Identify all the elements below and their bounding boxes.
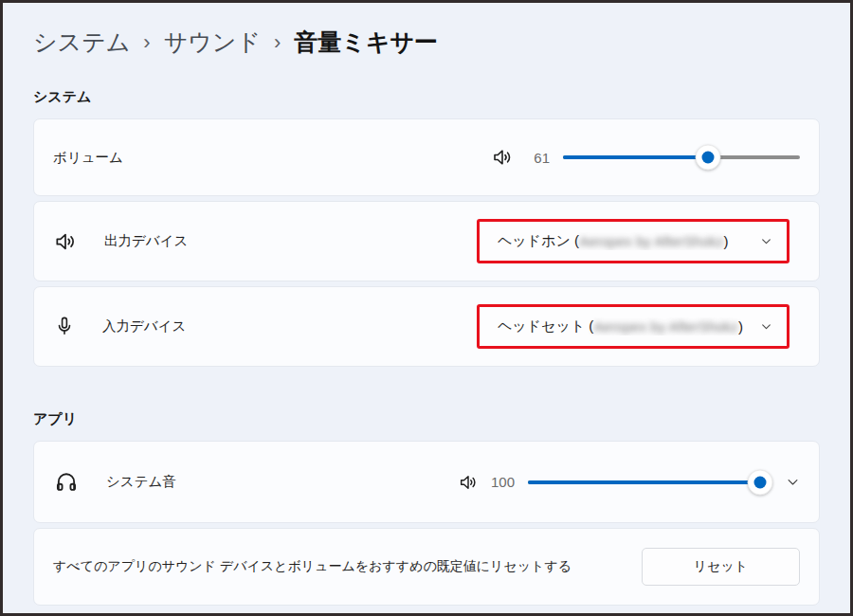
volume-mixer-page: システム › サウンド › 音量ミキサー システム ボリューム 61 xyxy=(3,3,850,606)
slider-thumb[interactable] xyxy=(748,469,773,495)
output-device-value: ヘッドホン ( Aeropex by AfterShokz ) xyxy=(498,232,729,250)
device-name-suffix: ) xyxy=(738,318,743,335)
chevron-right-icon: › xyxy=(274,28,281,55)
device-name-blurred: Aeropex by AfterShokz xyxy=(593,318,738,335)
output-device-dropdown[interactable]: ヘッドホン ( Aeropex by AfterShokz ) xyxy=(477,219,789,263)
input-device-row: 入力デバイス ヘッドセット ( Aeropex by AfterShokz ) xyxy=(33,286,820,367)
output-device-row: 出力デバイス ヘッドホン ( Aeropex by AfterShokz ) xyxy=(33,201,820,281)
system-sounds-slider[interactable] xyxy=(528,468,760,497)
slider-thumb-dot xyxy=(701,152,714,164)
breadcrumb-item-sound[interactable]: サウンド xyxy=(164,27,261,58)
reset-row: すべてのアプリのサウンド デバイスとボリュームをおすすめの既定値にリセットする … xyxy=(33,528,820,606)
breadcrumb-item-system[interactable]: システム xyxy=(33,27,130,58)
chevron-down-icon xyxy=(760,235,772,247)
device-name-prefix: ヘッドホン ( xyxy=(498,232,579,250)
system-sounds-label: システム音 xyxy=(106,473,176,491)
speaker-waves-icon xyxy=(491,146,514,169)
section-header-system: システム xyxy=(33,88,820,106)
volume-value: 61 xyxy=(525,150,550,166)
expand-chevron-down-icon[interactable] xyxy=(786,475,800,489)
microphone-icon xyxy=(53,316,76,338)
speaker-waves-icon xyxy=(458,472,479,493)
system-sounds-row: システム音 100 xyxy=(33,441,820,523)
slider-track xyxy=(528,480,760,484)
input-device-label: 入力デバイス xyxy=(102,317,186,335)
slider-fill xyxy=(563,155,708,159)
reset-description: すべてのアプリのサウンド デバイスとボリュームをおすすめの既定値にリセットする xyxy=(53,558,572,575)
system-sounds-volume-value: 100 xyxy=(490,474,515,490)
section-header-apps: アプリ xyxy=(33,410,820,428)
device-name-prefix: ヘッドセット ( xyxy=(498,317,593,335)
slider-thumb-dot xyxy=(754,476,767,488)
slider-track xyxy=(563,155,800,159)
page-title: 音量ミキサー xyxy=(294,27,438,58)
chevron-down-icon xyxy=(760,320,772,333)
device-name-suffix: ) xyxy=(724,233,729,249)
reset-button[interactable]: リセット xyxy=(642,548,800,586)
volume-label: ボリューム xyxy=(53,149,123,167)
volume-slider[interactable] xyxy=(563,143,800,172)
slider-thumb[interactable] xyxy=(695,145,720,171)
chevron-right-icon: › xyxy=(143,28,150,55)
slider-fill xyxy=(528,480,760,484)
headphones-icon xyxy=(53,469,80,496)
input-device-dropdown[interactable]: ヘッドセット ( Aeropex by AfterShokz ) xyxy=(477,304,789,349)
output-device-label: 出力デバイス xyxy=(104,232,188,250)
breadcrumb: システム › サウンド › 音量ミキサー xyxy=(33,22,820,62)
device-name-blurred: Aeropex by AfterShokz xyxy=(579,233,724,249)
input-device-value: ヘッドセット ( Aeropex by AfterShokz ) xyxy=(498,317,743,335)
volume-row: ボリューム 61 xyxy=(33,118,820,196)
speaker-waves-icon xyxy=(53,229,78,254)
